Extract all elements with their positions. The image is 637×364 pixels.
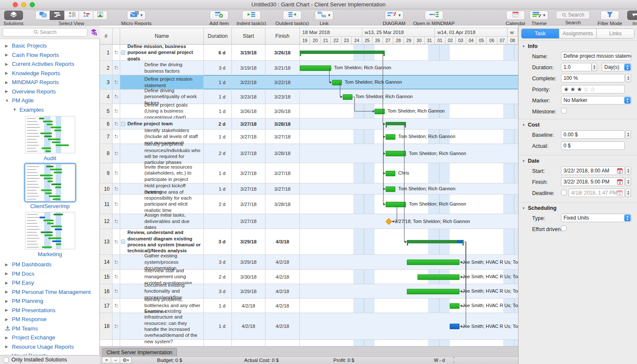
calendar-icon[interactable] <box>617 190 623 196</box>
triangle-right-icon[interactable]: ▶ <box>5 44 9 48</box>
task-finish-cell[interactable]: 3/26/18 <box>265 45 300 60</box>
task-start-cell[interactable]: 3/27/18 <box>232 144 265 163</box>
triangle-right-icon[interactable]: ▶ <box>5 62 9 66</box>
task-start-cell[interactable]: 3/19/18 <box>232 61 265 75</box>
task-duration-cell[interactable]: 1 d <box>204 104 232 118</box>
duration-stepper[interactable]: ▲▼ <box>592 63 597 71</box>
collapse-icon[interactable]: − <box>121 51 125 55</box>
disclosure-triangle-icon[interactable]: ▼ <box>522 206 525 210</box>
task-name-cell[interactable]: Assign initial tasks, deliverables and d… <box>120 214 204 229</box>
task-start-cell[interactable]: 4/2/18 <box>232 313 265 339</box>
filter-mode-button[interactable] <box>600 11 619 20</box>
task-duration-cell[interactable]: 1 d <box>204 90 232 104</box>
task-duration-cell[interactable]: 1 d <box>204 130 232 144</box>
task-row-2[interactable]: 2Define the driving business factors3 d3… <box>100 61 518 75</box>
task-name-cell[interactable]: Examine existing infrastructure and reso… <box>120 313 204 339</box>
triangle-right-icon[interactable]: ▶ <box>5 80 9 85</box>
sidebar-item-overview-reports[interactable]: ▶Overview Reports <box>0 87 100 96</box>
sidebar-item-pm-agile[interactable]: ▼PM Agile <box>0 96 100 105</box>
task-start-cell[interactable]: 3/29/18 <box>232 229 265 254</box>
solutions-button[interactable] <box>4 11 23 20</box>
task-bar[interactable] <box>386 202 406 207</box>
triangle-right-icon[interactable]: ▶ <box>5 89 9 93</box>
task-name-cell[interactable]: Determine area of responsibility for eac… <box>120 195 204 214</box>
link-button[interactable]: ▼ <box>315 11 333 20</box>
task-finish-cell[interactable] <box>265 214 300 229</box>
calendar-button[interactable] <box>506 11 525 20</box>
task-finish-cell[interactable]: 4/2/18 <box>265 299 300 313</box>
sidebar-item-visual-reports[interactable]: ▶Visual Reports <box>0 351 100 355</box>
triangle-right-icon[interactable]: ▶ <box>5 281 9 285</box>
sidebar-item-knowledge-reports[interactable]: ▶Knowledge Reports <box>0 69 100 78</box>
task-start-cell[interactable]: 3/26/18 <box>232 104 265 118</box>
sidebar-item-pm-dashboards[interactable]: ▶PM Dashboards <box>0 260 100 269</box>
sidebar-item-basic-projects[interactable]: ▶Basic Projects <box>0 41 100 51</box>
task-duration-cell[interactable]: 1 d <box>204 313 232 339</box>
task-start-cell[interactable]: 3/27/18 <box>232 130 265 144</box>
resource-list-view-button[interactable] <box>64 11 79 20</box>
deadline-field[interactable]: 4/18/ 2018, 1:47 PM <box>569 189 625 197</box>
sidebar-item-mindmap-reports[interactable]: ▶MINDMAP Reports <box>0 78 100 87</box>
info-button[interactable] <box>627 11 637 20</box>
task-finish-cell[interactable]: 3/27/18 <box>265 183 300 194</box>
finish-date-stepper[interactable]: ▲▼ <box>626 178 631 186</box>
sidebar-item-pm-easy[interactable]: ▶PM Easy <box>0 278 100 288</box>
disclosure-triangle-icon[interactable]: ▼ <box>522 123 525 127</box>
sidebar-item-pm-response[interactable]: ▶PM Response <box>0 315 100 324</box>
solution-thumbnail-marketing[interactable]: Marketing <box>0 212 100 257</box>
task-duration-cell[interactable]: 1 d <box>204 75 232 89</box>
collapse-icon[interactable]: − <box>121 122 125 126</box>
task-name-cell[interactable]: Identify peripheral resources/individual… <box>120 144 204 163</box>
task-finish-cell[interactable]: 4/2/18 <box>265 284 300 298</box>
triangle-down-icon[interactable]: ▼ <box>13 107 17 112</box>
deadline-checkbox[interactable] <box>561 190 567 195</box>
priority-star-2[interactable]: ★ <box>570 86 577 93</box>
task-finish-cell[interactable]: 3/21/18 <box>265 61 300 75</box>
theme-button[interactable]: ▼ <box>530 11 548 20</box>
task-duration-cell[interactable]: 2 d <box>204 144 232 163</box>
task-start-cell[interactable]: 4/2/18 <box>232 299 265 313</box>
task-row-8[interactable]: 8Identify peripheral resources/individua… <box>100 144 518 163</box>
task-bar[interactable] <box>450 324 459 329</box>
thumbnail-preview[interactable] <box>25 116 75 153</box>
sidebar-item-pm-planning[interactable]: ▶PM Planning <box>0 296 100 306</box>
zoom-stepper[interactable]: ⌃⌄ <box>452 357 455 363</box>
summary-bar[interactable] <box>407 240 464 243</box>
priority-field[interactable]: ★★★☆☆ <box>561 85 625 93</box>
task-name-cell[interactable]: −Review, understand and document/ diagra… <box>120 229 204 254</box>
sidebar-item-project-exchange[interactable]: ▶Project Exchange <box>0 333 100 342</box>
summary-bar[interactable] <box>386 122 406 125</box>
priority-star-5[interactable]: ☆ <box>590 86 597 93</box>
task-finish-cell[interactable]: 3/22/18 <box>265 75 300 89</box>
task-finish-cell[interactable]: 4/2/18 <box>265 313 300 339</box>
task-bar[interactable] <box>417 274 459 280</box>
task-bar[interactable] <box>407 260 459 265</box>
solution-thumbnail-audit[interactable]: Audit <box>0 116 100 161</box>
thumbnail-preview[interactable] <box>25 164 75 201</box>
tab-task[interactable]: Task <box>521 29 559 38</box>
baseline-field[interactable]: 0.00 $ <box>561 130 625 139</box>
add-item-button[interactable] <box>210 11 228 20</box>
remove-task-button[interactable]: − <box>111 357 120 364</box>
task-finish-cell[interactable]: 4/3/18 <box>265 229 300 254</box>
sidebar-item-resource-usage-reports[interactable]: ▶Resource Usage Reports <box>0 342 100 352</box>
task-row-11[interactable]: 11Determine area of responsibility for e… <box>100 195 518 214</box>
start-date-field[interactable]: 3/22/ 2018, 8:00 AM <box>561 166 625 175</box>
triangle-right-icon[interactable]: ▶ <box>5 308 9 312</box>
disclosure-triangle-icon[interactable]: ▼ <box>522 45 525 48</box>
task-bar[interactable] <box>332 80 342 85</box>
scheduling-type-select[interactable]: Fixed Units▲▼ <box>561 214 631 222</box>
task-duration-cell[interactable]: 2 d <box>204 195 232 214</box>
micro-reports-button[interactable]: ▼ <box>127 11 146 20</box>
sidebar-item-current-activities-reports[interactable]: ▶Current Activities Reports <box>0 59 100 69</box>
task-name-cell[interactable]: Invite these resources (stakeholders, et… <box>120 163 204 183</box>
task-bar[interactable] <box>386 171 395 176</box>
triangle-right-icon[interactable]: ▶ <box>5 299 9 303</box>
task-row-18[interactable]: 18Examine existing infrastructure and re… <box>100 313 518 340</box>
deadline-stepper[interactable]: ▲▼ <box>626 189 631 197</box>
task-start-cell[interactable]: 3/27/18 <box>232 119 265 129</box>
baseline-stepper[interactable]: ▲▼ <box>626 130 631 139</box>
effort-driven-checkbox[interactable] <box>561 226 567 231</box>
thumbnail-preview[interactable] <box>25 212 75 249</box>
name-field[interactable]: Define project mission stateme <box>561 52 631 60</box>
